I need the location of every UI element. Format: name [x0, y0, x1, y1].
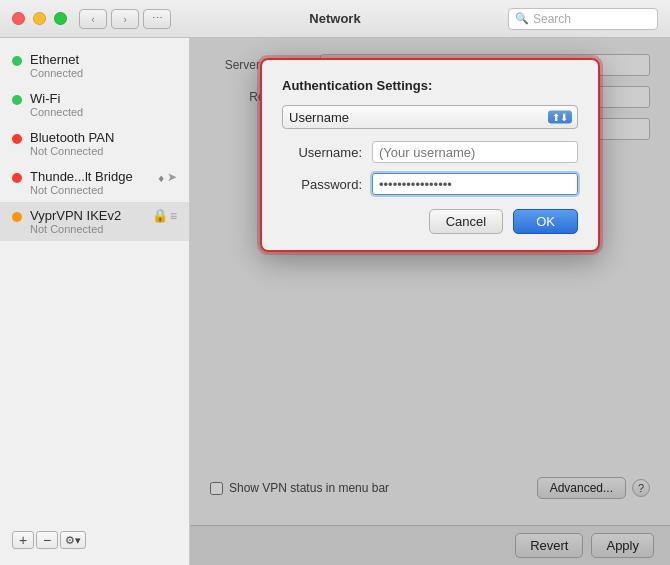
window-title: Network [309, 11, 360, 26]
modal-username-input[interactable] [372, 141, 578, 163]
sidebar-item-status-ethernet: Connected [30, 67, 83, 79]
sidebar-item-name-bluetooth: Bluetooth PAN [30, 130, 114, 145]
modal-username-row: Username: [282, 141, 578, 163]
lock-icon: 🔒 [152, 208, 168, 223]
nav-buttons: ‹ › [79, 9, 139, 29]
remove-network-button[interactable]: − [36, 531, 58, 549]
modal-password-row: Password: [282, 173, 578, 195]
status-dot-vyprvpn [12, 212, 22, 222]
add-network-button[interactable]: + [12, 531, 34, 549]
search-box[interactable]: 🔍 Search [508, 8, 658, 30]
modal-title: Authentication Settings: [282, 78, 578, 93]
search-icon: 🔍 [515, 12, 529, 25]
sidebar-item-status-vyprvpn: Not Connected [30, 223, 121, 235]
back-button[interactable]: ‹ [79, 9, 107, 29]
status-dot-wifi [12, 95, 22, 105]
modal-password-input[interactable] [372, 173, 578, 195]
search-placeholder: Search [533, 12, 571, 26]
traffic-lights [12, 12, 67, 25]
sidebar-item-name-thunderbolt: Thunde...lt Bridge [30, 169, 133, 184]
status-dot-ethernet [12, 56, 22, 66]
sidebar-item-status-bluetooth: Not Connected [30, 145, 114, 157]
sidebar-controls: + − ⚙▾ [0, 523, 189, 557]
sidebar-item-wifi[interactable]: Wi-Fi Connected [0, 85, 189, 124]
maximize-button[interactable] [54, 12, 67, 25]
modal-username-label: Username: [282, 145, 372, 160]
sidebar-item-vyprvpn[interactable]: VyprVPN IKEv2 Not Connected 🔒 ≡ [0, 202, 189, 241]
modal-ok-button[interactable]: OK [513, 209, 578, 234]
gear-menu-button[interactable]: ⚙▾ [60, 531, 86, 549]
vpn-stripe-icon: ≡ [170, 209, 177, 223]
sidebar: Ethernet Connected Wi-Fi Connected Bluet… [0, 38, 190, 565]
sidebar-item-thunderbolt[interactable]: Thunde...lt Bridge Not Connected ⬧ ➤ [0, 163, 189, 202]
status-dot-thunderbolt [12, 173, 22, 183]
grid-button[interactable]: ⋯ [143, 9, 171, 29]
sidebar-item-ethernet[interactable]: Ethernet Connected [0, 46, 189, 85]
titlebar: ‹ › ⋯ Network 🔍 Search [0, 0, 670, 38]
forward-button[interactable]: › [111, 9, 139, 29]
thunderbolt-arrow-icon: ➤ [167, 170, 177, 184]
sidebar-item-name-wifi: Wi-Fi [30, 91, 83, 106]
sidebar-item-name-ethernet: Ethernet [30, 52, 83, 67]
modal-type-row: Username ⬆⬇ [282, 105, 578, 129]
sidebar-item-status-thunderbolt: Not Connected [30, 184, 133, 196]
sidebar-item-bluetooth-pan[interactable]: Bluetooth PAN Not Connected [0, 124, 189, 163]
modal-cancel-button[interactable]: Cancel [429, 209, 503, 234]
authentication-settings-modal: Authentication Settings: Username ⬆⬇ Use… [260, 58, 600, 252]
thunderbolt-diamond-icon: ⬧ [157, 169, 165, 185]
close-button[interactable] [12, 12, 25, 25]
modal-buttons: Cancel OK [282, 209, 578, 234]
main-content: Ethernet Connected Wi-Fi Connected Bluet… [0, 38, 670, 565]
modal-password-label: Password: [282, 177, 372, 192]
status-dot-bluetooth [12, 134, 22, 144]
modal-overlay: Authentication Settings: Username ⬆⬇ Use… [190, 38, 670, 565]
modal-select-wrapper: Username ⬆⬇ [282, 105, 578, 129]
minimize-button[interactable] [33, 12, 46, 25]
sidebar-item-status-wifi: Connected [30, 106, 83, 118]
auth-type-select[interactable]: Username [282, 105, 578, 129]
sidebar-item-name-vyprvpn: VyprVPN IKEv2 [30, 208, 121, 223]
